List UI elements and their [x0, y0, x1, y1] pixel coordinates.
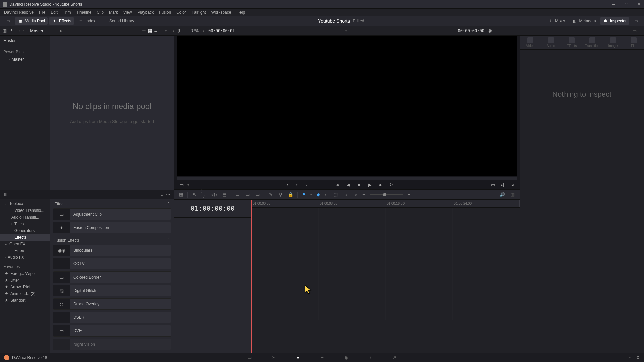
sort-icon[interactable]: ⇵: [177, 28, 182, 34]
selection-tool[interactable]: ↖: [191, 191, 198, 198]
tree-audio-transitions[interactable]: Audio Transiti...: [0, 214, 50, 221]
search-icon[interactable]: ⌕: [165, 28, 170, 34]
timeline-view-options[interactable]: ▦: [177, 191, 185, 198]
favorite-item[interactable]: ★Foreg... Wipe: [0, 270, 50, 277]
menu-help[interactable]: Help: [234, 10, 248, 15]
play-button[interactable]: ▶: [366, 181, 374, 188]
menu-edit[interactable]: Edit: [48, 10, 60, 15]
viewer-canvas[interactable]: [177, 36, 517, 176]
menu-fusion[interactable]: Fusion: [156, 10, 174, 15]
nav-back[interactable]: ‹: [19, 28, 20, 34]
go-first-button[interactable]: ⏮: [334, 181, 341, 188]
effects-toggle[interactable]: ✦Effects: [49, 17, 74, 25]
inspector-tab-effects[interactable]: Effects: [561, 37, 582, 48]
trim-tool[interactable]: 〉〈: [201, 191, 208, 198]
index-toggle[interactable]: ≡Index: [75, 17, 98, 25]
close-button[interactable]: ✕: [637, 2, 641, 7]
bin-master[interactable]: Master: [0, 37, 50, 44]
inspector-tab-transition[interactable]: Transition: [582, 37, 602, 48]
menu-workspace[interactable]: Workspace: [209, 10, 234, 15]
effects-options-icon[interactable]: ⋯: [166, 192, 171, 197]
full-extent-zoom[interactable]: ⬚: [332, 191, 339, 198]
timeline-timecode[interactable]: 01:00:00:00: [174, 200, 251, 217]
home-button[interactable]: ⌂: [629, 355, 631, 360]
maximize-button[interactable]: ▢: [624, 2, 629, 7]
page-fusion[interactable]: ✦: [318, 354, 326, 361]
marker-button[interactable]: ◆: [315, 191, 322, 198]
custom-zoom[interactable]: ⌕: [352, 191, 360, 198]
tree-filters[interactable]: ›Filters: [0, 247, 50, 254]
detail-zoom[interactable]: ⌕: [342, 191, 350, 198]
viewer-zoom[interactable]: 37%: [191, 28, 199, 33]
inspector-tab-audio[interactable]: Audio: [541, 37, 561, 48]
inspector-expand-icon[interactable]: ▭: [633, 28, 638, 34]
thumbnail-view-button[interactable]: ▦: [148, 28, 153, 34]
lock-toggle[interactable]: 🔒: [287, 191, 294, 198]
page-edit[interactable]: ≡: [294, 354, 302, 361]
zoom-dropdown[interactable]: ▾: [203, 29, 204, 33]
bypass-grades-icon[interactable]: ◉: [488, 28, 494, 34]
audio-meter-toggle[interactable]: ▥: [509, 191, 516, 198]
viewer-options-icon[interactable]: ⋯: [498, 28, 503, 34]
video-tracks-area[interactable]: [251, 208, 520, 239]
inspector-tab-file[interactable]: File: [624, 37, 644, 48]
track-headers[interactable]: [174, 217, 251, 351]
zoom-slider[interactable]: [370, 194, 403, 195]
fx-cctv[interactable]: CCTV: [53, 258, 171, 269]
fx-night-vision[interactable]: Night Vision: [53, 339, 171, 350]
dropdown-icon[interactable]: ▾: [11, 28, 16, 34]
blade-tool[interactable]: ▤: [221, 191, 228, 198]
link-toggle[interactable]: ⚲: [277, 191, 284, 198]
tree-toolbox[interactable]: ⌄Toolbox: [0, 200, 50, 207]
stop-button[interactable]: ■: [356, 181, 363, 188]
fx-digital-glitch[interactable]: ▨Digital Glitch: [53, 285, 171, 296]
metadata-view-button[interactable]: ☰: [142, 28, 147, 34]
menu-fairlight[interactable]: Fairlight: [189, 10, 209, 15]
replace-button[interactable]: |◂: [508, 181, 516, 188]
project-settings-button[interactable]: ⚙: [636, 355, 640, 360]
media-pool-area[interactable]: No clips in media pool Add clips from Me…: [50, 36, 174, 190]
inspector-toggle[interactable]: ✱Inspector: [600, 17, 629, 25]
flag-button[interactable]: ⚑: [300, 191, 308, 198]
page-deliver[interactable]: ↗: [390, 354, 398, 361]
inspector-tab-image[interactable]: Image: [603, 37, 623, 48]
power-bin-master[interactable]: ›Master: [0, 56, 50, 63]
fx-fusion-composition[interactable]: ✦Fusion Composition: [53, 222, 171, 233]
prev-edit-button[interactable]: ‹: [284, 181, 291, 188]
timeline-dropdown[interactable]: ▾: [345, 29, 347, 33]
fx-colored-border[interactable]: ▭Colored Border: [53, 272, 171, 283]
next-edit-button[interactable]: ›: [303, 181, 310, 188]
loop-button[interactable]: ↻: [388, 181, 395, 188]
tree-titles[interactable]: ›Titles: [0, 221, 50, 227]
page-media[interactable]: ▭: [246, 354, 254, 361]
list-view-button[interactable]: ≣: [154, 28, 159, 34]
fx-adjustment-clip[interactable]: ▭Adjustment Clip: [53, 208, 171, 220]
overwrite-clip-button[interactable]: ▭: [244, 191, 251, 198]
fx-dve[interactable]: ▭DVE: [53, 325, 171, 337]
collapse-icon[interactable]: ⌃: [167, 202, 170, 206]
marker-dropdown[interactable]: ▾: [325, 193, 326, 196]
expand-button[interactable]: ▭: [631, 17, 641, 25]
menu-color[interactable]: Color: [174, 10, 189, 15]
tree-audiofx[interactable]: ›Audio FX: [0, 254, 50, 261]
viewer-scrubber[interactable]: [177, 177, 517, 180]
menu-file[interactable]: File: [36, 10, 48, 15]
collapse-icon[interactable]: ⌃: [167, 238, 170, 243]
media-pool-toggle[interactable]: ▦Media Pool: [15, 17, 48, 25]
menu-davinci[interactable]: DaVinci Resolve: [1, 10, 36, 15]
dynamic-trim-tool[interactable]: ◁▷: [211, 191, 218, 198]
page-fairlight[interactable]: ♪: [366, 354, 374, 361]
overwrite-button[interactable]: ▸|: [499, 181, 506, 188]
sound-library-toggle[interactable]: ♪Sound Library: [99, 17, 137, 25]
fx-drone-overlay[interactable]: ◎Drone Overlay: [53, 298, 171, 310]
menu-timeline[interactable]: Timeline: [73, 10, 94, 15]
audio-tracks-area[interactable]: [251, 239, 520, 320]
favorite-item[interactable]: ★Arrow_Right: [0, 284, 50, 290]
play-reverse-button[interactable]: ◀: [345, 181, 352, 188]
mute-button[interactable]: 🔊: [499, 191, 506, 198]
effects-search-icon[interactable]: ⌕: [161, 192, 166, 197]
page-cut[interactable]: ✂: [270, 354, 278, 361]
minimize-button[interactable]: ─: [611, 2, 616, 7]
flag-dropdown[interactable]: ▾: [310, 193, 312, 196]
favorite-item[interactable]: ★Animie...Ia (2): [0, 290, 50, 297]
